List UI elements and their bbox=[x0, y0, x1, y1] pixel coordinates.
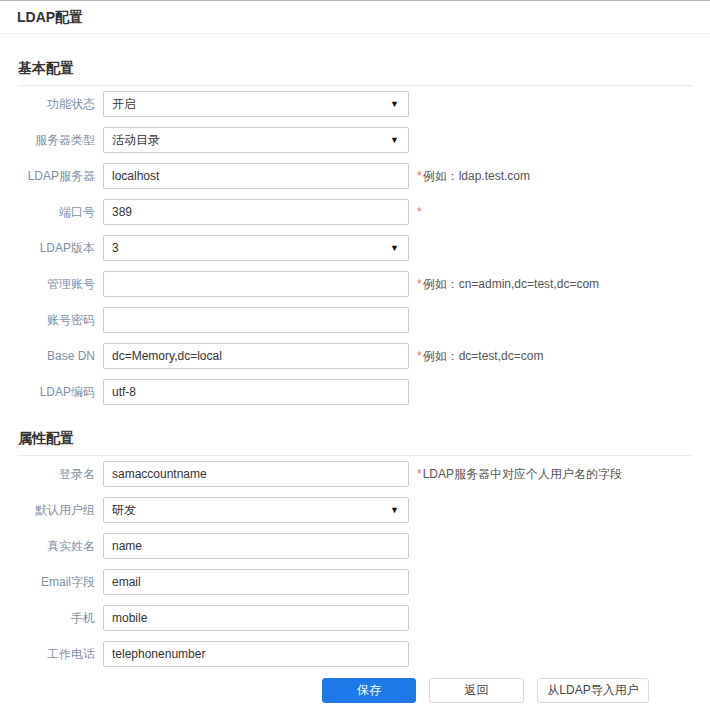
field-label-ldap-server: LDAP服务器 bbox=[18, 168, 95, 185]
required-asterisk: * bbox=[417, 205, 422, 219]
field-label-ldap-encoding: LDAP编码 bbox=[18, 384, 95, 401]
section: 属性配置登录名*LDAP服务器中对应个人用户名的字段默认用户组研发▼真实姓名Em… bbox=[18, 430, 692, 672]
input-port[interactable] bbox=[103, 199, 409, 225]
field-label-work-phone: 工作电话 bbox=[18, 646, 95, 663]
hint-text: 例如：cn=admin,dc=test,dc=com bbox=[423, 277, 599, 291]
input-base-dn[interactable] bbox=[103, 343, 409, 369]
select-ldap-version[interactable]: 3▼ bbox=[103, 235, 409, 261]
field-label-ldap-version: LDAP版本 bbox=[18, 240, 95, 257]
select-value-ldap-version: 3 bbox=[112, 241, 119, 255]
form-row-default-user-group: 默认用户组研发▼ bbox=[18, 492, 692, 528]
form-row-ldap-version: LDAP版本3▼ bbox=[18, 230, 692, 266]
field-label-base-dn: Base DN bbox=[18, 349, 95, 363]
form-row-port: 端口号* bbox=[18, 194, 692, 230]
field-hint-port: * bbox=[417, 205, 423, 219]
form-row-base-dn: Base DN*例如：dc=test,dc=com bbox=[18, 338, 692, 374]
save-button[interactable]: 保存 bbox=[322, 678, 416, 703]
input-admin-account[interactable] bbox=[103, 271, 409, 297]
field-hint-base-dn: *例如：dc=test,dc=com bbox=[417, 348, 543, 365]
section: 基本配置功能状态开启▼服务器类型活动目录▼LDAP服务器*例如：ldap.tes… bbox=[18, 60, 692, 410]
chevron-down-icon: ▼ bbox=[390, 244, 399, 253]
field-hint-admin-account: *例如：cn=admin,dc=test,dc=com bbox=[417, 276, 599, 293]
field-label-mobile: 手机 bbox=[18, 610, 95, 627]
field-label-server-type: 服务器类型 bbox=[18, 132, 95, 149]
field-label-port: 端口号 bbox=[18, 204, 95, 221]
form-row-work-phone: 工作电话 bbox=[18, 636, 692, 672]
section-title: 属性配置 bbox=[18, 430, 692, 456]
input-email-field[interactable] bbox=[103, 569, 409, 595]
select-value-default-user-group: 研发 bbox=[112, 502, 136, 519]
field-label-default-user-group: 默认用户组 bbox=[18, 502, 95, 519]
select-server-type[interactable]: 活动目录▼ bbox=[103, 127, 409, 153]
page-title: LDAP配置 bbox=[0, 1, 710, 34]
hint-text: 例如：ldap.test.com bbox=[423, 169, 530, 183]
ldap-config-form: 基本配置功能状态开启▼服务器类型活动目录▼LDAP服务器*例如：ldap.tes… bbox=[0, 60, 710, 703]
form-row-ldap-encoding: LDAP编码 bbox=[18, 374, 692, 410]
select-function-status[interactable]: 开启▼ bbox=[103, 91, 409, 117]
select-default-user-group[interactable]: 研发▼ bbox=[103, 497, 409, 523]
field-label-login-name: 登录名 bbox=[18, 466, 95, 483]
button-row: 保存 返回 从LDAP导入用户 bbox=[322, 678, 692, 703]
input-ldap-encoding[interactable] bbox=[103, 379, 409, 405]
form-row-account-password: 账号密码 bbox=[18, 302, 692, 338]
select-value-server-type: 活动目录 bbox=[112, 132, 160, 149]
chevron-down-icon: ▼ bbox=[390, 136, 399, 145]
field-label-email-field: Email字段 bbox=[18, 574, 95, 591]
field-hint-login-name: *LDAP服务器中对应个人用户名的字段 bbox=[417, 466, 622, 483]
input-mobile[interactable] bbox=[103, 605, 409, 631]
chevron-down-icon: ▼ bbox=[390, 506, 399, 515]
required-asterisk: * bbox=[417, 467, 422, 481]
import-from-ldap-button[interactable]: 从LDAP导入用户 bbox=[537, 678, 649, 703]
select-value-function-status: 开启 bbox=[112, 96, 136, 113]
input-real-name[interactable] bbox=[103, 533, 409, 559]
input-account-password[interactable] bbox=[103, 307, 409, 333]
field-hint-ldap-server: *例如：ldap.test.com bbox=[417, 168, 530, 185]
form-row-function-status: 功能状态开启▼ bbox=[18, 86, 692, 122]
form-row-login-name: 登录名*LDAP服务器中对应个人用户名的字段 bbox=[18, 456, 692, 492]
required-asterisk: * bbox=[417, 169, 422, 183]
hint-text: 例如：dc=test,dc=com bbox=[423, 349, 544, 363]
field-label-real-name: 真实姓名 bbox=[18, 538, 95, 555]
form-row-admin-account: 管理账号*例如：cn=admin,dc=test,dc=com bbox=[18, 266, 692, 302]
required-asterisk: * bbox=[417, 277, 422, 291]
form-row-mobile: 手机 bbox=[18, 600, 692, 636]
input-login-name[interactable] bbox=[103, 461, 409, 487]
field-label-admin-account: 管理账号 bbox=[18, 276, 95, 293]
input-ldap-server[interactable] bbox=[103, 163, 409, 189]
section-title: 基本配置 bbox=[18, 60, 692, 86]
input-work-phone[interactable] bbox=[103, 641, 409, 667]
form-sections: 基本配置功能状态开启▼服务器类型活动目录▼LDAP服务器*例如：ldap.tes… bbox=[18, 60, 692, 672]
form-row-ldap-server: LDAP服务器*例如：ldap.test.com bbox=[18, 158, 692, 194]
field-label-function-status: 功能状态 bbox=[18, 96, 95, 113]
hint-text: LDAP服务器中对应个人用户名的字段 bbox=[423, 467, 622, 481]
form-row-server-type: 服务器类型活动目录▼ bbox=[18, 122, 692, 158]
back-button[interactable]: 返回 bbox=[429, 678, 524, 703]
required-asterisk: * bbox=[417, 349, 422, 363]
form-row-real-name: 真实姓名 bbox=[18, 528, 692, 564]
field-label-account-password: 账号密码 bbox=[18, 312, 95, 329]
form-row-email-field: Email字段 bbox=[18, 564, 692, 600]
chevron-down-icon: ▼ bbox=[390, 100, 399, 109]
